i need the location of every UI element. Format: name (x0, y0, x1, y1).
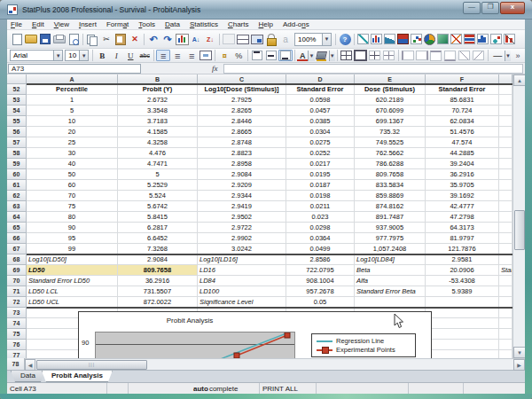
cell[interactable]: 36.2916 (118, 276, 198, 286)
cell[interactable] (426, 340, 499, 350)
row-header-69[interactable]: 69 (7, 265, 27, 276)
cell[interactable]: LD100 (198, 286, 286, 297)
currency-format-icon[interactable]: ¤ (217, 50, 231, 61)
cell[interactable]: 6.6452 (118, 233, 198, 244)
cell[interactable]: 4.3258 (118, 137, 198, 148)
line-style-icon[interactable]: — (490, 49, 505, 62)
cell[interactable]: 2.9419 (198, 201, 286, 212)
row-header-70[interactable]: 70 (7, 276, 27, 286)
cell[interactable]: 977.7975 (355, 233, 426, 244)
cell[interactable]: 731.5507 (118, 286, 198, 297)
italic-icon[interactable]: I (109, 50, 123, 61)
row-header-64[interactable]: 64 (7, 212, 27, 223)
border-outside-icon[interactable] (354, 50, 368, 61)
area-chart-icon[interactable] (383, 34, 396, 45)
cell[interactable]: 908.1004 (286, 276, 355, 286)
cell[interactable] (499, 159, 512, 169)
border-right-icon[interactable] (415, 50, 429, 61)
scatter-chart-icon[interactable] (410, 34, 423, 45)
close-button[interactable]: x (500, 2, 525, 14)
cell[interactable]: 0.0364 (286, 233, 355, 244)
row-header-60[interactable]: 60 (7, 169, 27, 180)
font-color-icon[interactable]: A (297, 51, 308, 61)
cell[interactable]: 859.8869 (355, 191, 426, 201)
formula-input[interactable] (223, 64, 524, 74)
cell[interactable]: 51.4576 (426, 127, 499, 137)
pie-chart-icon[interactable] (423, 34, 436, 45)
underline-icon[interactable]: U (123, 50, 137, 61)
cell[interactable]: 0.0198 (286, 191, 355, 201)
cell[interactable]: 786.6288 (355, 159, 426, 169)
cell[interactable]: 762.5662 (355, 148, 426, 159)
cell[interactable]: LD50 LCL (27, 286, 118, 297)
help-icon[interactable] (338, 33, 352, 46)
align-center-icon[interactable]: ≡ (170, 50, 184, 61)
row-header-66[interactable]: 66 (7, 233, 27, 244)
surface-chart-icon[interactable] (436, 34, 450, 45)
valign-middle-icon[interactable] (264, 50, 278, 61)
cell[interactable]: 20.0906 (426, 265, 499, 276)
row-header-77[interactable]: 77 (7, 350, 27, 358)
cell[interactable] (499, 201, 512, 212)
delete-icon[interactable]: ✕ (128, 33, 142, 46)
bold-icon[interactable]: B (95, 50, 109, 61)
horizontal-scrollbar[interactable]: ◀ ||| ▶ (25, 358, 525, 370)
cell[interactable]: 699.1367 (355, 116, 426, 127)
cell[interactable]: 0.0298 (286, 223, 355, 233)
border-diag-up-icon[interactable] (458, 50, 472, 61)
cell[interactable] (426, 318, 499, 329)
cell[interactable]: 0.0304 (286, 127, 355, 137)
vertical-scroll-thumb[interactable] (514, 210, 525, 250)
title-bar[interactable]: StatPlus 2008 Professional - Survival - … (0, 0, 532, 20)
cell[interactable]: 2.9084 (118, 254, 198, 265)
cell[interactable]: Percentile (27, 84, 118, 95)
cell[interactable]: 2.9209 (198, 180, 286, 191)
row-header-76[interactable]: 76 (7, 340, 27, 350)
cell[interactable]: 874.8162 (355, 201, 426, 212)
scroll-up-arrow[interactable]: ▲ (513, 74, 526, 86)
cell[interactable]: -53.4308 (426, 276, 499, 286)
cell[interactable]: 5.2529 (118, 180, 198, 191)
cell[interactable]: 5.524 (118, 191, 198, 201)
cell[interactable]: 4.1585 (118, 127, 198, 137)
cell[interactable]: 809.7658 (355, 169, 426, 180)
cell[interactable]: 47.574 (426, 137, 499, 148)
cell[interactable]: 2.9581 (426, 254, 499, 265)
print-icon[interactable] (52, 33, 66, 46)
lock-icon[interactable] (264, 33, 278, 46)
cell[interactable] (499, 233, 512, 244)
percent-format-icon[interactable]: % (231, 50, 246, 61)
cell[interactable]: 36.2916 (426, 169, 499, 180)
cell[interactable] (499, 127, 512, 137)
cell[interactable]: 70 (27, 191, 118, 201)
cell[interactable]: 891.7487 (355, 212, 426, 223)
row-header-78[interactable]: 78 (7, 358, 25, 370)
cell[interactable]: 70.724 (426, 106, 499, 116)
bubble-chart-icon[interactable] (489, 34, 503, 45)
cell[interactable]: 47.2798 (426, 212, 499, 223)
border-diag-down-icon[interactable] (472, 50, 486, 61)
sort-ascending-icon[interactable]: A↓ (189, 33, 203, 46)
menu-data[interactable]: Data (165, 20, 180, 28)
cell[interactable]: Stand (499, 265, 512, 276)
merge-cells-icon[interactable] (199, 50, 213, 61)
cell[interactable] (499, 308, 512, 318)
fill-color-icon[interactable] (315, 49, 329, 62)
cell[interactable]: Alfa (355, 276, 426, 286)
row-header-56[interactable]: 56 (7, 127, 27, 137)
chevron-down-icon[interactable]: ▼ (322, 34, 331, 45)
border-inside-icon[interactable] (368, 50, 382, 61)
menu-format[interactable]: Format (106, 20, 129, 28)
column-chart-icon[interactable] (370, 34, 383, 45)
font-color-dropdown-icon[interactable]: ▼ (308, 51, 314, 61)
cell[interactable]: 0.0195 (286, 169, 355, 180)
cell[interactable] (499, 254, 512, 265)
border-cross-icon[interactable] (382, 50, 396, 61)
cell[interactable]: 957.2678 (286, 286, 355, 297)
cell[interactable]: 2.8958 (198, 159, 286, 169)
select-all-corner[interactable] (7, 74, 27, 84)
cell[interactable]: 60 (27, 180, 118, 191)
scroll-left-arrow[interactable]: ◀ (25, 359, 35, 371)
row-header-62[interactable]: 62 (7, 191, 27, 201)
cell[interactable]: 5 (27, 106, 118, 116)
